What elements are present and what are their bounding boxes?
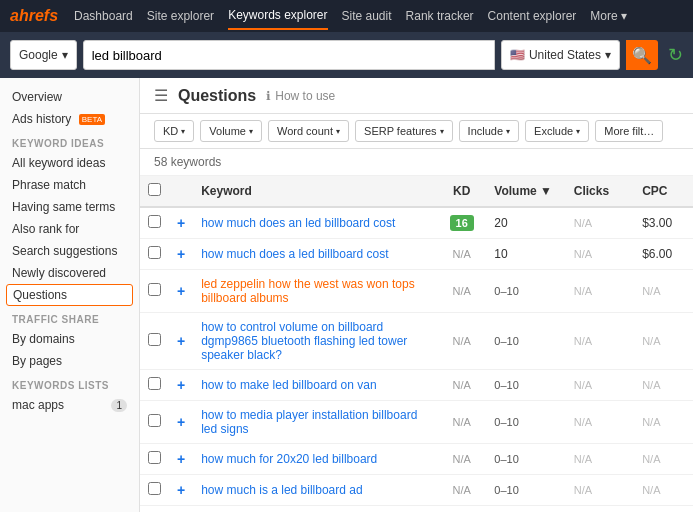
nav-dashboard[interactable]: Dashboard — [74, 3, 133, 29]
filter-include[interactable]: Include ▾ — [459, 120, 519, 142]
row-checkbox-cell — [140, 401, 169, 444]
top-nav: ahrefs Dashboard Site explorer Keywords … — [0, 0, 693, 32]
cpc-value: N/A — [642, 484, 660, 496]
add-keyword-button[interactable]: + — [177, 482, 185, 498]
search-button[interactable]: 🔍 — [626, 40, 658, 70]
cpc-value: N/A — [642, 416, 660, 428]
search-input[interactable] — [83, 40, 495, 70]
nav-site-audit[interactable]: Site audit — [342, 3, 392, 29]
row-checkbox[interactable] — [148, 215, 161, 228]
row-keyword-cell: how much for 20x20 led billboard — [193, 444, 437, 475]
nav-keywords-explorer[interactable]: Keywords explorer — [228, 2, 327, 30]
chevron-down-icon: ▾ — [249, 127, 253, 136]
nav-more[interactable]: More ▾ — [590, 9, 627, 23]
sidebar-item-questions[interactable]: Questions — [6, 284, 133, 306]
add-keyword-button[interactable]: + — [177, 215, 185, 231]
col-header-clicks[interactable]: Clicks — [566, 176, 634, 207]
add-keyword-button[interactable]: + — [177, 451, 185, 467]
row-cpc-cell: N/A — [634, 313, 693, 370]
sidebar-item-mac-apps[interactable]: mac apps 1 — [0, 394, 139, 416]
row-volume-cell: 0–10 — [486, 313, 565, 370]
row-checkbox[interactable] — [148, 246, 161, 259]
keyword-link[interactable]: how to control volume on billboard dgmp9… — [201, 320, 407, 362]
col-header-add — [169, 176, 193, 207]
row-checkbox[interactable] — [148, 482, 161, 495]
filter-more[interactable]: More filt… — [595, 120, 663, 142]
cpc-value: N/A — [642, 335, 660, 347]
sidebar-item-ads-history[interactable]: Ads history BETA — [0, 108, 139, 130]
filters-bar: KD ▾ Volume ▾ Word count ▾ SERP features… — [140, 114, 693, 149]
keyword-link[interactable]: how to make led billboard on van — [201, 378, 376, 392]
sidebar-item-newly-discovered[interactable]: Newly discovered — [0, 262, 139, 284]
menu-icon[interactable]: ☰ — [154, 86, 168, 105]
sidebar-item-overview[interactable]: Overview — [0, 86, 139, 108]
add-keyword-button[interactable]: + — [177, 377, 185, 393]
sidebar-item-by-pages[interactable]: By pages — [0, 350, 139, 372]
content-area: ☰ Questions ℹ How to use KD ▾ Volume ▾ W… — [140, 78, 693, 512]
filter-exclude[interactable]: Exclude ▾ — [525, 120, 589, 142]
row-checkbox[interactable] — [148, 377, 161, 390]
row-checkbox-cell — [140, 370, 169, 401]
row-keyword-cell: how to make led billboard on van — [193, 370, 437, 401]
how-to-use-link[interactable]: ℹ How to use — [266, 89, 335, 103]
engine-select[interactable]: Google ▾ — [10, 40, 77, 70]
row-add-cell: + — [169, 270, 193, 313]
search-icon: 🔍 — [632, 46, 652, 65]
keyword-link[interactable]: how much for 20x20 led billboard — [201, 452, 377, 466]
sidebar-item-by-domains[interactable]: By domains — [0, 328, 139, 350]
row-kd-cell: N/A — [437, 370, 486, 401]
select-all-checkbox[interactable] — [148, 183, 161, 196]
row-checkbox[interactable] — [148, 333, 161, 346]
keyword-link[interactable]: how to media player installation billboa… — [201, 408, 417, 436]
volume-value: 0–10 — [494, 379, 518, 391]
keyword-link[interactable]: how much does an led billboard cost — [201, 216, 395, 230]
cpc-value: $6.00 — [642, 247, 672, 261]
add-keyword-button[interactable]: + — [177, 414, 185, 430]
add-keyword-button[interactable]: + — [177, 283, 185, 299]
table-row: +how much does an led billboard cost1620… — [140, 207, 693, 239]
row-clicks-cell: N/A — [566, 370, 634, 401]
col-header-keyword[interactable]: Keyword — [193, 176, 437, 207]
filter-word-count[interactable]: Word count ▾ — [268, 120, 349, 142]
row-cpc-cell: N/A — [634, 270, 693, 313]
sidebar-item-phrase-match[interactable]: Phrase match — [0, 174, 139, 196]
row-clicks-cell: N/A — [566, 475, 634, 506]
filter-serp-features[interactable]: SERP features ▾ — [355, 120, 453, 142]
row-checkbox[interactable] — [148, 283, 161, 296]
row-clicks-cell: N/A — [566, 207, 634, 239]
row-volume-cell: 0–10 — [486, 475, 565, 506]
table-row: +how much does a led billboard costN/A10… — [140, 239, 693, 270]
nav-content-explorer[interactable]: Content explorer — [488, 3, 577, 29]
filter-volume[interactable]: Volume ▾ — [200, 120, 262, 142]
sidebar-item-all-keywords[interactable]: All keyword ideas — [0, 152, 139, 174]
volume-value: 10 — [494, 247, 507, 261]
country-label: United States — [529, 48, 601, 62]
sidebar-item-search-suggestions[interactable]: Search suggestions — [0, 240, 139, 262]
row-checkbox-cell — [140, 313, 169, 370]
add-keyword-button[interactable]: + — [177, 246, 185, 262]
col-header-cpc[interactable]: CPC — [634, 176, 693, 207]
volume-value: 0–10 — [494, 335, 518, 347]
row-add-cell: + — [169, 370, 193, 401]
page-title: Questions — [178, 87, 256, 105]
add-keyword-button[interactable]: + — [177, 333, 185, 349]
filter-kd[interactable]: KD ▾ — [154, 120, 194, 142]
col-header-kd[interactable]: KD — [437, 176, 486, 207]
row-checkbox-cell — [140, 475, 169, 506]
nav-site-explorer[interactable]: Site explorer — [147, 3, 214, 29]
sidebar-item-also-rank-for[interactable]: Also rank for — [0, 218, 139, 240]
country-select[interactable]: 🇺🇸 United States ▾ — [501, 40, 620, 70]
col-header-volume[interactable]: Volume ▼ — [486, 176, 565, 207]
volume-value: 0–10 — [494, 416, 518, 428]
keyword-link[interactable]: how much does a led billboard cost — [201, 247, 388, 261]
keyword-link[interactable]: led zeppelin how the west was won tops b… — [201, 277, 414, 305]
nav-rank-tracker[interactable]: Rank tracker — [406, 3, 474, 29]
row-checkbox[interactable] — [148, 414, 161, 427]
loading-indicator: ↻ — [668, 44, 683, 66]
row-keyword-cell: how much does a led billboard cost — [193, 239, 437, 270]
row-checkbox[interactable] — [148, 451, 161, 464]
row-cpc-cell: N/A — [634, 475, 693, 506]
sidebar-item-same-terms[interactable]: Having same terms — [0, 196, 139, 218]
keyword-link[interactable]: how much is a led billboard ad — [201, 483, 362, 497]
volume-value: 0–10 — [494, 285, 518, 297]
